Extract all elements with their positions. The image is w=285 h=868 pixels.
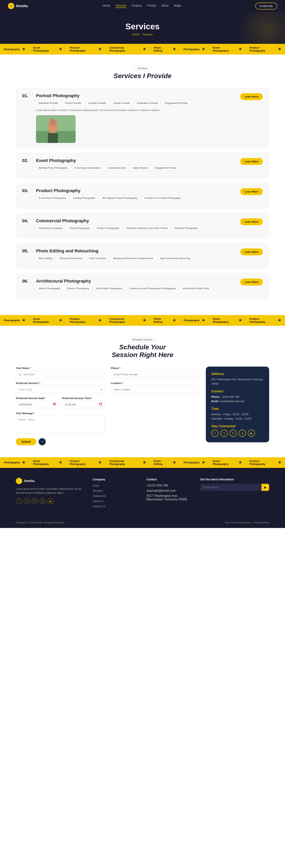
footer-pinterest-icon[interactable]: P: [32, 498, 38, 504]
footer-logo-text: Amelia.: [24, 479, 35, 483]
tag: Engagement Parties: [152, 165, 179, 170]
tag: Lifestyle Portraits: [85, 101, 109, 105]
facebook-icon[interactable]: f: [211, 430, 218, 437]
tag: Brand Photography: [67, 226, 93, 230]
stay-connected-title: Stay Connected: [211, 425, 263, 428]
tag: Corporate Events: [105, 165, 129, 170]
tag: Real Estate Photography: [93, 286, 125, 291]
ticker-item: Photography ✳: [180, 46, 209, 52]
tag: Color Correction: [86, 256, 109, 261]
ticker-item: Photo Editing ✳: [150, 460, 180, 466]
services-section: Services Services I Provide 01. Portrait…: [0, 55, 285, 315]
learn-more-btn-1[interactable]: Learn More: [240, 93, 263, 100]
phone-value-info: +0123-456-789: [221, 395, 239, 398]
nav-pricing[interactable]: Pricing: [147, 4, 156, 8]
learn-more-btn-2[interactable]: Learn More: [240, 158, 263, 165]
service-card-3: 03. Product Photography E-commerce Photo…: [16, 183, 269, 209]
service-desc-1: Lorem ipsum dolor sit amet, consectetur …: [36, 108, 263, 113]
service-content-4: Commercial Photography Advertising Campa…: [36, 218, 263, 234]
message-label: Your Message *: [16, 412, 105, 415]
name-input[interactable]: [16, 371, 105, 378]
phone-input[interactable]: [111, 371, 200, 378]
service-num-1: 01.: [22, 93, 32, 98]
ticker-item: Event Photography ✳: [29, 317, 66, 323]
tag: Catalog Photography: [70, 196, 98, 200]
submit-row: Submit →: [16, 438, 105, 445]
name-label: Your Name *: [16, 367, 105, 370]
pinterest-icon[interactable]: P: [229, 430, 237, 437]
submit-arrow-button[interactable]: →: [39, 438, 46, 445]
footer-desc: Lorem ipsum dolor sit amet, consectetur …: [16, 487, 85, 495]
learn-more-btn-6[interactable]: Learn More: [240, 279, 263, 285]
ticker-item: Product Photography ✳: [246, 460, 285, 466]
svg-point-4: [49, 119, 57, 126]
learn-more-btn-5[interactable]: Learn More: [240, 248, 263, 255]
instagram-icon[interactable]: ◎: [239, 430, 246, 437]
youtube-icon[interactable]: ▶: [248, 430, 255, 437]
location-group: Location *: [111, 382, 200, 393]
footer-legal-links: User Terms & Conditions | Privacy Policy: [225, 521, 269, 524]
time-input-wrapper: ⏰: [62, 401, 105, 408]
tag: Couple Portraits: [110, 101, 133, 105]
privacy-link[interactable]: Privacy Policy: [254, 521, 269, 524]
service-content-2: Event Photography Birthday Party Photogr…: [36, 158, 263, 173]
services-select-wrapper: Select Type Portrait Photography Event P…: [16, 386, 105, 393]
footer-facebook-icon[interactable]: f: [16, 498, 22, 504]
footer-contact-title: Contact: [146, 478, 192, 481]
time-group: Preferred Session Time* ⏰: [62, 397, 105, 408]
service-num-6: 06.: [22, 279, 32, 284]
tag: Creative End Product Photography: [142, 196, 183, 200]
nav-about[interactable]: About: [161, 4, 169, 8]
footer-link-faqs[interactable]: FAQs: [93, 484, 99, 487]
service-title-6: Architectural Photography: [36, 279, 263, 284]
location-input[interactable]: [111, 386, 200, 393]
nav-blogs[interactable]: Blogs: [174, 4, 181, 8]
footer-youtube-icon[interactable]: ▶: [47, 498, 54, 504]
footer-link-contact[interactable]: Contact Us: [93, 505, 105, 508]
footer-grid: ⊙ Amelia. Lorem ipsum dolor sit amet, co…: [16, 478, 269, 509]
copyright-text: Copyright © 2024 Amelia. All Rights Rese…: [16, 521, 65, 524]
footer-link-testimonial[interactable]: Testimonial: [93, 494, 106, 497]
date-label: Preferred Session Date*: [16, 397, 59, 400]
contact-button[interactable]: Contact Me: [255, 3, 277, 9]
learn-more-btn-4[interactable]: Learn More: [240, 218, 263, 225]
twitter-icon[interactable]: 𝕏: [220, 430, 227, 437]
hero-banner: Services Home / Services: [0, 12, 285, 44]
service-tags-3: E-commerce Photography Catalog Photograp…: [36, 196, 263, 200]
service-content-3: Product Photography E-commerce Photograp…: [36, 188, 263, 203]
logo: ⊙ Amelia.: [8, 3, 29, 9]
contact-details: Phone : +0123-456-789 Email : example@em…: [211, 395, 263, 403]
footer-link-services[interactable]: Services: [93, 489, 103, 492]
nav-projects[interactable]: Projects: [132, 4, 142, 8]
footer-newsletter-title: Get the latest information: [200, 478, 269, 481]
ticker-item: Product Photography ✳: [246, 46, 285, 52]
submit-button[interactable]: Submit: [16, 438, 36, 445]
location-label: Location *: [111, 382, 200, 384]
newsletter-input[interactable]: [200, 484, 261, 491]
ticker-item: Photo Editing ✳: [150, 317, 180, 323]
ticker-item: Commercial Photography ✳: [105, 317, 150, 323]
footer-twitter-icon[interactable]: 𝕏: [24, 498, 30, 504]
footer-bottom: Copyright © 2024 Amelia. All Rights Rese…: [16, 518, 269, 524]
footer-newsletter-col: Get the latest information ▶: [200, 478, 269, 509]
ticker-item: Event Photography ✳: [29, 460, 66, 466]
nav-services[interactable]: Services: [116, 4, 126, 8]
service-card-4: 04. Commercial Photography Advertising C…: [16, 213, 269, 239]
service-tags-6: Interior Photography Exterior Photograph…: [36, 286, 263, 291]
tag: 360-Degree Product Photography: [99, 196, 140, 200]
footer-instagram-icon[interactable]: ◎: [40, 498, 45, 504]
ticker-bottom: Photography ✳ Event Photography ✳ Produc…: [0, 457, 285, 468]
footer-link-about[interactable]: About Us: [93, 500, 103, 503]
service-card-1: 01. Portrait Photography Individual Port…: [16, 88, 269, 149]
schedule-section: Schedule Session Schedule Your Session R…: [0, 326, 285, 457]
services-select[interactable]: Select Type Portrait Photography Event P…: [16, 386, 105, 393]
message-input[interactable]: [16, 416, 105, 434]
tag: Exterior Photography: [64, 286, 92, 291]
nav-home[interactable]: Home: [103, 4, 110, 8]
learn-more-btn-3[interactable]: Learn More: [240, 188, 263, 195]
social-icons-row: f 𝕏 P ◎ ▶: [211, 430, 263, 437]
newsletter-submit-button[interactable]: ▶: [261, 484, 269, 491]
ticker-item: Product Photography ✳: [66, 46, 105, 52]
terms-link[interactable]: User Terms & Conditions: [225, 521, 251, 524]
ticker-item: Event Photography ✳: [209, 46, 246, 52]
